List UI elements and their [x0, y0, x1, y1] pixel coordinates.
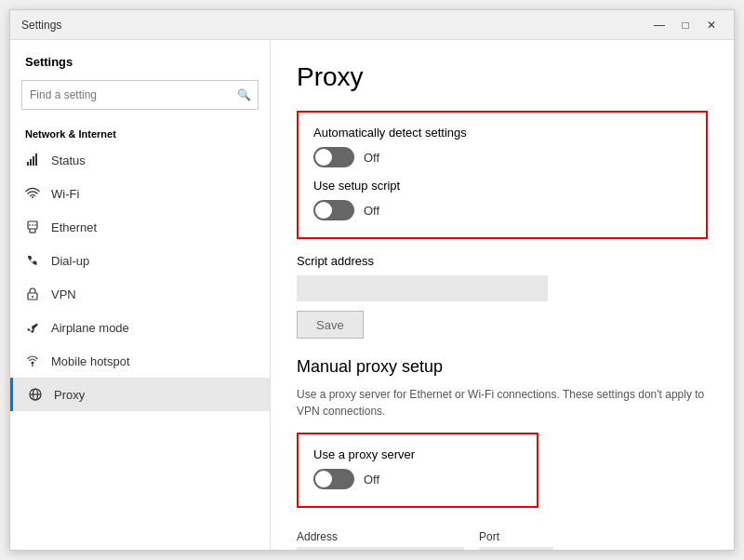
sidebar-item-ethernet[interactable]: Ethernet — [10, 210, 270, 244]
setup-script-label: Use setup script — [313, 179, 691, 193]
airplane-icon — [25, 320, 40, 335]
title-bar: Settings — □ ✕ — [10, 10, 734, 40]
title-bar-controls: — □ ✕ — [648, 16, 723, 34]
hotspot-icon — [25, 353, 40, 368]
content-area: Settings 🔍 Network & Internet Status Wi-… — [10, 40, 734, 550]
svg-rect-2 — [33, 156, 34, 166]
main-content: Proxy Automatically detect settings Off … — [271, 40, 734, 550]
window-title: Settings — [21, 19, 61, 32]
sidebar: Settings 🔍 Network & Internet Status Wi-… — [10, 40, 271, 550]
address-port-row: Address Port — [297, 530, 708, 550]
proxy-icon — [28, 387, 43, 402]
sidebar-item-dialup-label: Dial-up — [51, 254, 89, 268]
setup-script-row: Off — [313, 200, 691, 220]
svg-rect-0 — [27, 162, 29, 166]
sidebar-item-ethernet-label: Ethernet — [51, 220, 97, 234]
use-proxy-value: Off — [364, 473, 379, 487]
wifi-icon — [25, 186, 40, 201]
sidebar-item-proxy[interactable]: Proxy — [10, 378, 270, 411]
script-address-label: Script address — [297, 254, 708, 268]
sidebar-item-vpn[interactable]: VPN — [10, 277, 270, 311]
search-icon: 🔍 — [237, 88, 251, 101]
port-field-group: Port — [479, 530, 553, 550]
search-box: 🔍 — [21, 80, 259, 110]
sidebar-item-wifi-label: Wi-Fi — [51, 187, 79, 201]
svg-point-13 — [32, 362, 34, 365]
sidebar-item-airplane-label: Airplane mode — [51, 321, 129, 335]
use-proxy-toggle[interactable] — [313, 469, 354, 489]
sidebar-item-hotspot-label: Mobile hotspot — [51, 354, 130, 368]
minimize-button[interactable]: — — [648, 16, 671, 34]
auto-detect-label: Automatically detect settings — [313, 126, 691, 140]
status-icon — [25, 153, 40, 167]
sidebar-item-vpn-label: VPN — [51, 287, 76, 301]
sidebar-item-wifi[interactable]: Wi-Fi — [10, 177, 270, 210]
address-input[interactable] — [297, 547, 464, 550]
port-label: Port — [479, 530, 553, 543]
address-label: Address — [297, 530, 464, 543]
vpn-icon — [25, 287, 40, 301]
svg-rect-1 — [30, 159, 32, 166]
close-button[interactable]: ✕ — [700, 16, 723, 34]
svg-rect-3 — [35, 153, 37, 166]
port-input[interactable] — [479, 547, 553, 550]
automatic-proxy-section: Automatically detect settings Off Use se… — [297, 111, 708, 239]
auto-detect-toggle[interactable] — [313, 147, 354, 167]
setup-script-value: Off — [364, 204, 379, 218]
sidebar-item-hotspot[interactable]: Mobile hotspot — [10, 344, 270, 378]
search-input[interactable] — [21, 80, 259, 110]
auto-detect-row: Off — [313, 147, 691, 167]
sidebar-item-airplane[interactable]: Airplane mode — [10, 311, 270, 344]
use-proxy-label: Use a proxy server — [313, 447, 522, 461]
settings-window: Settings — □ ✕ Settings 🔍 Network & Inte… — [9, 9, 735, 551]
script-address-input[interactable] — [297, 275, 548, 301]
dialup-icon — [25, 253, 40, 268]
page-title: Proxy — [297, 62, 708, 92]
svg-point-12 — [32, 296, 33, 298]
sidebar-item-status[interactable]: Status — [10, 143, 270, 177]
section-label: Network & Internet — [10, 121, 270, 143]
save-button[interactable]: Save — [297, 311, 364, 339]
address-field-group: Address — [297, 530, 464, 550]
setup-script-section: Use setup script Off — [313, 179, 691, 220]
sidebar-item-proxy-label: Proxy — [54, 388, 85, 402]
auto-detect-value: Off — [364, 151, 379, 165]
sidebar-title: Settings — [10, 40, 270, 76]
maximize-button[interactable]: □ — [674, 16, 697, 34]
manual-proxy-title: Manual proxy setup — [297, 357, 708, 377]
sidebar-item-status-label: Status — [51, 153, 86, 167]
use-proxy-row: Off — [313, 469, 522, 489]
setup-script-toggle[interactable] — [313, 200, 354, 220]
sidebar-item-dialup[interactable]: Dial-up — [10, 244, 270, 277]
manual-proxy-description: Use a proxy server for Ethernet or Wi-Fi… — [297, 386, 706, 420]
ethernet-icon — [25, 220, 40, 234]
use-proxy-section: Use a proxy server Off — [297, 433, 538, 508]
